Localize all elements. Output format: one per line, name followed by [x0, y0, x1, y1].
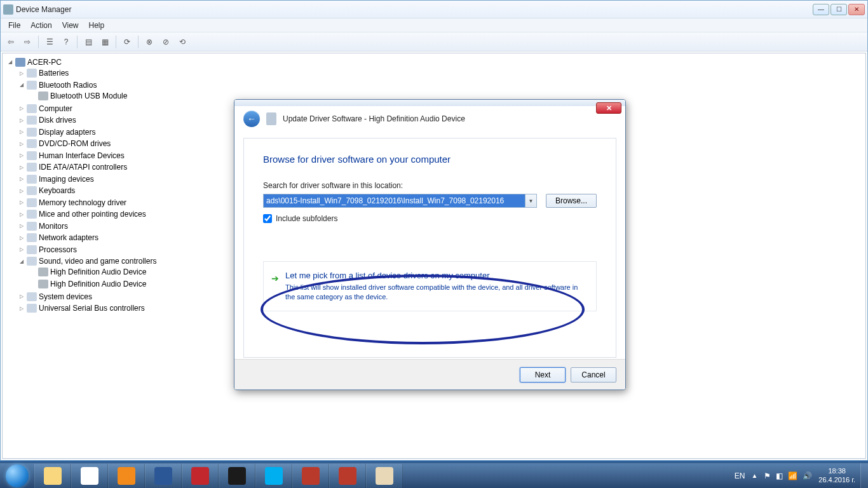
- taskbar-app-skype[interactable]: [255, 464, 292, 488]
- tree-node[interactable]: ▷Network adapters: [17, 233, 100, 243]
- dialog-titlebar[interactable]: ✕: [234, 100, 625, 106]
- tree-leaf[interactable]: Bluetooth USB Module: [28, 91, 128, 101]
- maximize-button[interactable]: ☐: [831, 4, 847, 15]
- volume-icon[interactable]: 🔊: [803, 471, 812, 480]
- titlebar[interactable]: Device Manager — ☐ ✕: [1, 1, 867, 18]
- device-category-icon: [27, 104, 37, 113]
- disable-button[interactable]: ⊘: [158, 34, 173, 50]
- taskbar-app-toolbox1[interactable]: [292, 464, 329, 488]
- flag-icon[interactable]: ⚑: [764, 471, 771, 480]
- nav-forward-button[interactable]: ⇨: [20, 34, 35, 50]
- dialog-header-text: Update Driver Software - High Definition…: [283, 114, 616, 123]
- pick-from-list-option[interactable]: ➔ Let me pick from a list of device driv…: [263, 261, 597, 311]
- path-row: ▼ Browse...: [263, 194, 597, 208]
- taskbar-app-explorer[interactable]: [34, 464, 71, 488]
- explorer-icon: [44, 467, 62, 485]
- device-category-icon: [27, 175, 37, 184]
- help-topics-button[interactable]: ?: [58, 34, 74, 50]
- device-category-icon: [27, 222, 37, 231]
- wifi-icon[interactable]: 📶: [788, 471, 797, 480]
- show-desktop-button[interactable]: [860, 463, 868, 489]
- tree-node[interactable]: ▷Keyboards: [17, 186, 76, 196]
- tree-node[interactable]: ▷DVD/CD-ROM drives: [17, 139, 112, 149]
- tree-leaf[interactable]: High Definition Audio Device: [28, 267, 147, 277]
- toolbox1-icon: [302, 467, 320, 485]
- lol-icon: [228, 467, 246, 485]
- device-icon: [38, 280, 48, 288]
- tree-node[interactable]: ▷Memory technology driver: [17, 198, 128, 208]
- dialog-header: ← Update Driver Software - High Definiti…: [234, 106, 625, 132]
- computer-icon: [15, 58, 25, 67]
- taskbar-app-toolbox2[interactable]: [329, 464, 366, 488]
- nav-back-button[interactable]: ⇦: [3, 34, 18, 50]
- include-subfolders-row[interactable]: Include subfolders: [263, 214, 597, 223]
- scan-hw-button[interactable]: ▦: [97, 34, 112, 50]
- dialog-close-button[interactable]: ✕: [596, 102, 621, 114]
- tree-node[interactable]: ▷Batteries: [17, 68, 70, 78]
- tree-node[interactable]: ▷Universal Serial Bus controllers: [17, 303, 146, 313]
- device-category-icon: [27, 151, 37, 160]
- toolbar: ⇦ ⇨ ☰ ? ▤ ▦ ⟳ ⊗ ⊘ ⟲: [1, 32, 867, 51]
- device-category-icon: [27, 139, 37, 148]
- tree-leaf[interactable]: High Definition Audio Device: [28, 279, 147, 289]
- taskbar-app-paint[interactable]: [366, 464, 403, 488]
- path-input[interactable]: [264, 194, 525, 207]
- device-category-icon: [27, 292, 37, 301]
- toolbox2-icon: [339, 467, 356, 485]
- scan-changes-button[interactable]: ⟲: [175, 34, 190, 50]
- include-subfolders-label: Include subfolders: [276, 214, 337, 223]
- menubar: File Action View Help: [1, 18, 867, 32]
- taskbar-app-lol[interactable]: [219, 464, 255, 488]
- menu-file[interactable]: File: [3, 20, 25, 31]
- browse-button[interactable]: Browse...: [546, 194, 597, 208]
- start-button[interactable]: [0, 463, 34, 489]
- tree-node[interactable]: ▷Monitors: [17, 221, 69, 231]
- cancel-button[interactable]: Cancel: [571, 367, 616, 383]
- tree-node[interactable]: ▷System devices: [17, 292, 93, 302]
- taskbar-app-word[interactable]: [145, 464, 182, 488]
- tree-node[interactable]: ▷Imaging devices: [17, 174, 95, 184]
- chrome-icon: [81, 467, 98, 485]
- tree-node[interactable]: ▷Computer: [17, 104, 74, 114]
- paint-icon: [376, 467, 393, 485]
- minimize-button[interactable]: —: [813, 4, 829, 15]
- tree-node[interactable]: ▷Human Interface Devices: [17, 151, 126, 161]
- taskbar-app-comodo[interactable]: [182, 464, 219, 488]
- menu-help[interactable]: Help: [84, 20, 110, 31]
- tree-node[interactable]: ▷Mice and other pointing devices: [17, 209, 147, 219]
- device-category-icon: [27, 198, 37, 207]
- menu-view[interactable]: View: [57, 20, 84, 31]
- tree-node[interactable]: ▷Disk drives: [17, 115, 78, 125]
- tree-node[interactable]: ◢Sound, video and game controllers: [17, 256, 158, 266]
- taskbar-app-vlc[interactable]: [108, 464, 145, 488]
- device-icon: [38, 268, 48, 276]
- device-category-icon: [27, 186, 37, 195]
- tray-expand-icon[interactable]: ▲: [751, 472, 757, 479]
- device-icon: [266, 112, 276, 125]
- next-button[interactable]: Next: [520, 367, 566, 383]
- uninstall-button[interactable]: ⊗: [142, 34, 157, 50]
- language-indicator[interactable]: EN: [735, 471, 745, 480]
- clock[interactable]: 18:38 26.4.2016 г.: [818, 467, 855, 484]
- properties-button[interactable]: ▤: [81, 34, 96, 50]
- include-subfolders-checkbox[interactable]: [263, 214, 272, 223]
- tree-node[interactable]: ◢Bluetooth Radios: [17, 80, 98, 90]
- menu-action[interactable]: Action: [25, 20, 57, 31]
- taskbar-app-chrome[interactable]: [71, 464, 108, 488]
- tree-node[interactable]: ▷Processors: [17, 245, 78, 255]
- path-dropdown-button[interactable]: ▼: [525, 194, 536, 207]
- tree-root[interactable]: ◢ACER-PC: [5, 57, 63, 67]
- network-icon[interactable]: ◧: [776, 471, 783, 480]
- back-button[interactable]: ←: [243, 111, 260, 127]
- device-category-icon: [27, 69, 37, 78]
- separator: [138, 36, 139, 48]
- path-combobox[interactable]: ▼: [263, 194, 537, 208]
- close-button[interactable]: ✕: [848, 4, 865, 15]
- show-hidden-button[interactable]: ☰: [42, 34, 57, 50]
- update-driver-button[interactable]: ⟳: [119, 34, 135, 50]
- tree-node[interactable]: ▷IDE ATA/ATAPI controllers: [17, 162, 128, 172]
- update-driver-dialog: ✕ ← Update Driver Software - High Defini…: [234, 99, 626, 390]
- tree-node[interactable]: ▷Display adapters: [17, 127, 97, 137]
- device-category-icon: [27, 163, 37, 172]
- option-description: This list will show installed driver sof…: [285, 283, 583, 302]
